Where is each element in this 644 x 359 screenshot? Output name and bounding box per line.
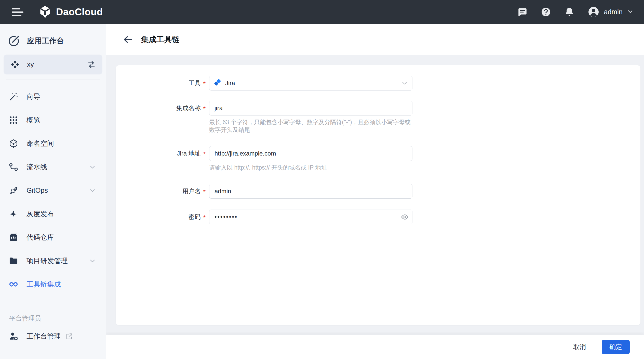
- required-mark: *: [203, 187, 206, 196]
- pipeline-icon: [9, 162, 18, 172]
- chevron-down-icon: [89, 187, 96, 194]
- user-name: admin: [604, 8, 623, 16]
- field-label: 用户名*: [116, 184, 206, 199]
- sidebar-item-label: 命名空间: [26, 139, 54, 148]
- sidebar-item-label: 灰度发布: [26, 209, 54, 219]
- sidebar-item-label: GitOps: [26, 187, 48, 195]
- code-repo-icon: [9, 233, 18, 242]
- back-arrow-icon: [123, 34, 133, 45]
- project-switcher[interactable]: xy: [4, 55, 102, 74]
- messages-button[interactable]: [517, 7, 528, 17]
- form-row-username: 用户名*: [116, 184, 640, 199]
- folder-icon: [9, 256, 18, 266]
- brand-name: DaoCloud: [56, 7, 103, 18]
- sidebar-item-toolchain[interactable]: 工具链集成: [0, 273, 106, 296]
- sidebar-item-gray-release[interactable]: 灰度发布: [0, 202, 106, 226]
- divider: [6, 80, 100, 80]
- page-title: 集成工具链: [141, 34, 179, 45]
- notifications-button[interactable]: [564, 7, 575, 17]
- field-helper-text: 请输入以 http://, https:// 开头的域名或 IP 地址: [209, 164, 412, 172]
- sidebar-item-workbench-mgmt[interactable]: 工作台管理: [0, 325, 106, 348]
- admin-user-icon: [9, 331, 18, 341]
- sidebar-item-gitops[interactable]: GitOps: [0, 179, 106, 202]
- required-mark: *: [203, 79, 206, 87]
- field-label: Jira 地址*: [116, 146, 206, 161]
- compose-icon: [8, 35, 20, 47]
- form-row-password: 密码*: [116, 210, 640, 224]
- footer-action-bar: 取消 确定: [106, 335, 644, 359]
- jira-address-input[interactable]: [209, 146, 412, 161]
- confirm-button[interactable]: 确定: [602, 340, 630, 354]
- tool-select[interactable]: Jira: [209, 76, 412, 91]
- sidebar-item-namespace[interactable]: 命名空间: [0, 132, 106, 155]
- user-menu[interactable]: admin: [587, 6, 634, 18]
- grid-dots-icon: [9, 115, 18, 125]
- help-icon: [541, 7, 551, 17]
- header-actions: admin: [517, 6, 634, 18]
- form-row-tool: 工具* Jira: [116, 76, 640, 91]
- jira-logo-icon: [213, 79, 222, 87]
- sidebar-item-overview[interactable]: 概览: [0, 108, 106, 132]
- sidebar-item-label: 向导: [26, 92, 40, 101]
- sidebar: 应用工作台 xy 向导: [0, 24, 106, 359]
- workspace-header: 应用工作台: [0, 28, 106, 54]
- password-input[interactable]: [209, 210, 412, 224]
- required-mark: *: [203, 104, 206, 112]
- project-name: xy: [27, 61, 34, 69]
- sidebar-nav: 向导 概览 命名空间 流水线: [0, 85, 106, 296]
- cube-icon: [9, 139, 18, 148]
- form-card: 工具* Jira 集成名称*: [116, 65, 640, 325]
- chevron-down-icon: [401, 80, 408, 87]
- chevron-down-icon: [89, 257, 96, 265]
- username-input[interactable]: [209, 184, 412, 199]
- integration-name-input[interactable]: [209, 101, 412, 116]
- cancel-button[interactable]: 取消: [570, 340, 589, 354]
- chat-icon: [517, 7, 528, 17]
- sidebar-item-label: 概览: [26, 116, 40, 125]
- rocket-icon: [9, 186, 18, 195]
- bird-icon: [9, 209, 18, 219]
- help-button[interactable]: [541, 7, 551, 17]
- sidebar-item-label: 流水线: [26, 162, 47, 172]
- page-title-bar: 集成工具链: [106, 24, 644, 55]
- sidebar-item-label: 代码仓库: [26, 233, 54, 242]
- workspace-label: 应用工作台: [27, 36, 64, 46]
- bell-icon: [564, 7, 575, 17]
- wand-icon: [9, 92, 18, 101]
- brand: DaoCloud: [38, 5, 103, 19]
- required-mark: *: [203, 213, 206, 221]
- hamburger-menu-button[interactable]: [12, 8, 23, 16]
- sidebar-item-label: 工具链集成: [26, 280, 61, 289]
- main-content: 工具* Jira 集成名称*: [106, 55, 644, 335]
- sidebar-item-wizard[interactable]: 向导: [0, 85, 106, 108]
- external-link-icon: [65, 332, 73, 340]
- sidebar-item-label: 工作台管理: [26, 332, 61, 341]
- chevron-down-icon: [627, 8, 634, 16]
- sidebar-item-project-mgmt[interactable]: 项目研发管理: [0, 249, 106, 273]
- field-label: 密码*: [116, 210, 206, 224]
- sidebar-section-label: 平台管理员: [0, 306, 106, 325]
- project-diamond-icon: [10, 60, 20, 69]
- divider: [6, 301, 100, 301]
- field-helper-text: 最长 63 个字符，只能包含小写字母、数字及分隔符("-")，且必须以小写字母或…: [209, 119, 412, 134]
- avatar: [587, 6, 600, 18]
- tool-select-value: Jira: [225, 80, 235, 87]
- eye-icon: [401, 213, 409, 221]
- form-row-address: Jira 地址* 请输入以 http://, https:// 开头的域名或 I…: [116, 146, 640, 172]
- toggle-password-visibility-button[interactable]: [401, 213, 409, 221]
- sidebar-item-code-repo[interactable]: 代码仓库: [0, 226, 106, 249]
- field-label: 集成名称*: [116, 101, 206, 116]
- required-mark: *: [203, 149, 206, 158]
- back-button[interactable]: [123, 34, 133, 45]
- form-row-name: 集成名称* 最长 63 个字符，只能包含小写字母、数字及分隔符("-")，且必须…: [116, 101, 640, 134]
- switch-project-icon[interactable]: [87, 60, 96, 69]
- top-header: DaoCloud: [0, 0, 644, 24]
- sidebar-item-pipeline[interactable]: 流水线: [0, 155, 106, 179]
- daocloud-logo-icon: [38, 5, 52, 19]
- sidebar-item-label: 项目研发管理: [26, 256, 68, 265]
- infinity-icon: [9, 279, 18, 289]
- field-label: 工具*: [116, 76, 206, 91]
- chevron-down-icon: [89, 163, 96, 171]
